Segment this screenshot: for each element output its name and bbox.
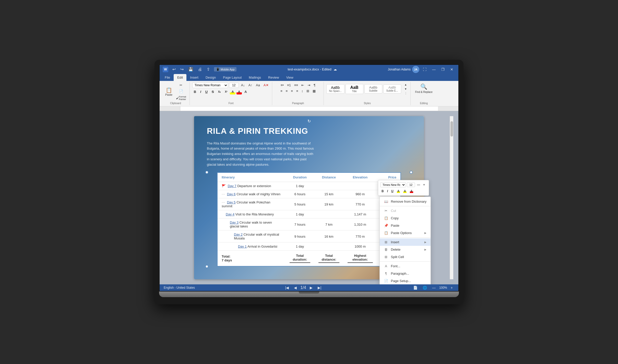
style-no-spacing[interactable]: AaBb No Spaci... bbox=[326, 84, 344, 94]
superscript-button[interactable]: X² bbox=[223, 90, 229, 94]
day-1-link[interactable]: Day 1 bbox=[238, 245, 247, 248]
format-painter-button[interactable]: 🖌 FormatPainter bbox=[175, 95, 187, 101]
tab-review[interactable]: Review bbox=[265, 74, 283, 81]
fullscreen-button[interactable]: ⛶ bbox=[421, 66, 429, 72]
style-title[interactable]: AaB Title bbox=[346, 84, 363, 94]
ctx-paragraph[interactable]: ¶ Paragraph... bbox=[380, 270, 431, 277]
tab-page-layout[interactable]: Page Layout bbox=[219, 74, 245, 81]
mini-font-color-button[interactable]: A bbox=[402, 189, 408, 193]
justify-button[interactable]: ≡ bbox=[295, 88, 300, 94]
font-color-button[interactable]: A bbox=[236, 89, 242, 94]
find-replace-button[interactable]: 🔍 Find & Replace bbox=[413, 82, 435, 94]
font-size-increase-button[interactable]: A↑ bbox=[247, 82, 254, 88]
borders-button[interactable]: ⊞ bbox=[305, 88, 311, 94]
mini-bold-button[interactable]: B bbox=[380, 189, 385, 193]
highlight-button[interactable]: A bbox=[230, 89, 235, 94]
day-4-link[interactable]: Day 4 bbox=[226, 212, 234, 216]
ctx-remove-dictionary[interactable]: 📖 Remove from Dictionary bbox=[380, 198, 431, 205]
italic-button[interactable]: I bbox=[199, 89, 203, 94]
tab-file[interactable]: File bbox=[161, 74, 174, 81]
minimize-button[interactable]: — bbox=[430, 66, 438, 72]
tab-design[interactable]: Design bbox=[202, 74, 219, 81]
style-name-1: No Spaci... bbox=[329, 90, 342, 92]
strikethrough-button[interactable]: S bbox=[210, 89, 216, 94]
save-button[interactable]: 💾 bbox=[187, 66, 195, 72]
styles-more[interactable]: ⋮ bbox=[403, 91, 408, 95]
clear-format-button[interactable]: A✕ bbox=[262, 82, 270, 88]
ctx-insert[interactable]: ⊞ Insert ▶ bbox=[380, 238, 431, 246]
ctx-paste-options[interactable]: 📋 Paste Options ▶ bbox=[380, 229, 431, 237]
zoom-increase-button[interactable]: + bbox=[449, 285, 454, 290]
mini-font-color-red-button[interactable]: A bbox=[409, 189, 414, 193]
increase-indent-button[interactable]: ⇥ bbox=[306, 82, 312, 88]
paragraph-marks-button[interactable]: ¶ bbox=[312, 82, 317, 88]
mini-font-select[interactable]: Times New Rom bbox=[380, 182, 406, 187]
restore-button[interactable]: ❐ bbox=[439, 66, 447, 72]
paste-button[interactable]: 📋 Paste bbox=[164, 87, 174, 97]
ctx-font[interactable]: A Font... bbox=[380, 262, 431, 270]
table-handle-tr[interactable] bbox=[410, 171, 413, 174]
undo-button[interactable]: ↩ bbox=[171, 66, 177, 72]
copy-button[interactable]: 📄 bbox=[175, 89, 187, 94]
tab-insert[interactable]: Insert bbox=[186, 74, 202, 81]
bullets-button[interactable]: ≡• bbox=[279, 82, 285, 88]
shading-button[interactable]: ▦ bbox=[311, 88, 317, 94]
rotation-handle[interactable]: ↻ bbox=[307, 119, 311, 124]
mini-decrease-font[interactable]: — bbox=[416, 183, 421, 187]
tab-edit[interactable]: Edit bbox=[174, 74, 186, 81]
ctx-split-cell[interactable]: ⊞ Split Cell bbox=[380, 253, 431, 261]
day-7-link[interactable]: Day 7 bbox=[228, 184, 236, 188]
mini-highlight-button[interactable]: A bbox=[396, 189, 401, 193]
day-3-link[interactable]: Day 3 bbox=[230, 221, 239, 224]
underline-button[interactable]: U bbox=[204, 89, 209, 94]
mini-font-size-input[interactable] bbox=[407, 183, 415, 187]
align-left-button[interactable]: ≡ bbox=[279, 88, 284, 94]
mini-italic-button[interactable]: I bbox=[386, 189, 389, 193]
cut-button[interactable]: ✂ bbox=[175, 82, 187, 88]
font-case-button[interactable]: Aa bbox=[255, 82, 261, 88]
table-handle-bl[interactable] bbox=[205, 265, 208, 268]
ctx-page-setup[interactable]: 📄 Page Setup... bbox=[380, 277, 431, 285]
day-5-link[interactable]: Day 5 bbox=[227, 200, 236, 204]
mini-underline-button[interactable]: U bbox=[390, 189, 395, 193]
numbering-button[interactable]: ≡1 bbox=[286, 82, 292, 88]
tab-view[interactable]: View bbox=[283, 74, 297, 81]
styles-scroll-down[interactable]: ▼ bbox=[403, 87, 408, 91]
day-2-link[interactable]: Day 2 bbox=[234, 233, 243, 236]
style-subtle[interactable]: AaBb Subtle E... bbox=[383, 84, 401, 93]
ctx-delete[interactable]: 🗑 Delete ▶ bbox=[380, 246, 431, 253]
day-6-link[interactable]: Day 6 bbox=[227, 192, 236, 196]
ctx-cut[interactable]: ✂ Cut bbox=[380, 207, 431, 214]
font-select[interactable]: Times New Roman bbox=[192, 82, 228, 88]
styles-scroll-up[interactable]: ▲ bbox=[403, 82, 408, 87]
font-size-decrease-button[interactable]: A↓ bbox=[240, 82, 246, 88]
mini-increase-font[interactable]: + bbox=[422, 183, 426, 187]
share-button[interactable]: ⇪ bbox=[205, 66, 211, 72]
ctx-paste[interactable]: 📌 Paste bbox=[380, 222, 431, 229]
ctx-copy[interactable]: 📋 Copy bbox=[380, 214, 431, 222]
font-size-input[interactable] bbox=[229, 83, 239, 88]
bold-button[interactable]: B bbox=[192, 89, 198, 94]
align-right-button[interactable]: ≡ bbox=[290, 88, 294, 94]
style-subtitle[interactable]: AaBb Subtitle bbox=[364, 84, 382, 93]
decrease-indent-button[interactable]: ⇤ bbox=[300, 82, 305, 88]
zoom-decrease-button[interactable]: — bbox=[431, 285, 437, 290]
line-spacing-button[interactable]: ↕ bbox=[300, 88, 305, 94]
font-effect-button[interactable]: A bbox=[243, 89, 248, 94]
view-normal-button[interactable]: 📄 bbox=[412, 285, 419, 290]
nav-first-button[interactable]: |◀ bbox=[284, 285, 291, 290]
view-web-button[interactable]: 🌐 bbox=[421, 285, 429, 290]
nav-next-button[interactable]: ▶ bbox=[308, 285, 314, 290]
print-button[interactable]: 🖨 bbox=[196, 66, 204, 72]
nav-prev-button[interactable]: ◀ bbox=[292, 285, 298, 290]
redo-button[interactable]: ↪ bbox=[179, 66, 185, 72]
nav-last-button[interactable]: ▶| bbox=[316, 285, 323, 290]
multilevel-button[interactable]: ≡≡ bbox=[293, 82, 299, 88]
close-button[interactable]: ✕ bbox=[448, 66, 455, 72]
align-center-button[interactable]: ≡ bbox=[284, 88, 289, 94]
subscript-button[interactable]: X₂ bbox=[217, 90, 222, 94]
scrollbar-vertical[interactable] bbox=[450, 116, 453, 280]
tab-mailings[interactable]: Mailings bbox=[245, 74, 265, 81]
scrollbar-thumb[interactable] bbox=[450, 121, 453, 137]
table-handle-tl[interactable] bbox=[205, 171, 208, 174]
